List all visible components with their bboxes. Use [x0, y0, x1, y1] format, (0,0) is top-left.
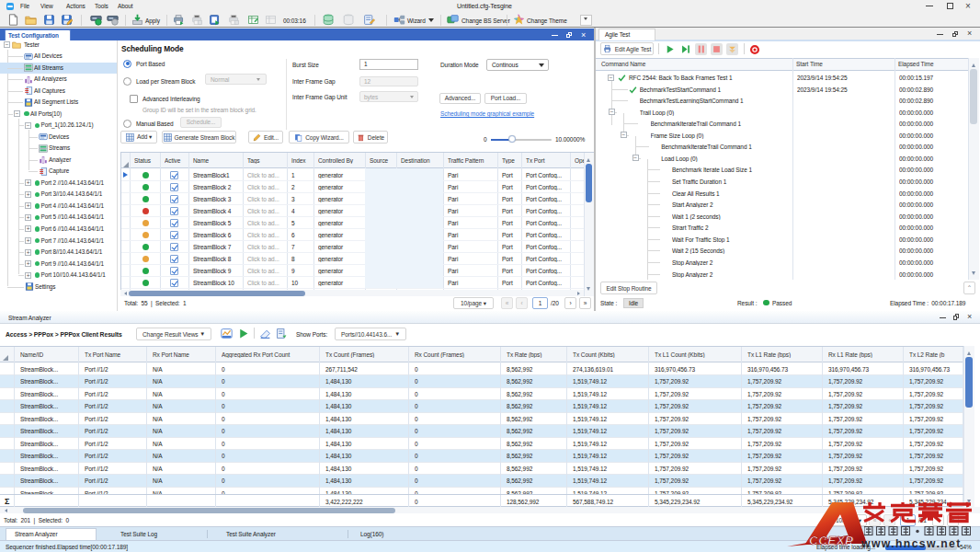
- svg-text:CCEXP: CCEXP: [809, 534, 854, 547]
